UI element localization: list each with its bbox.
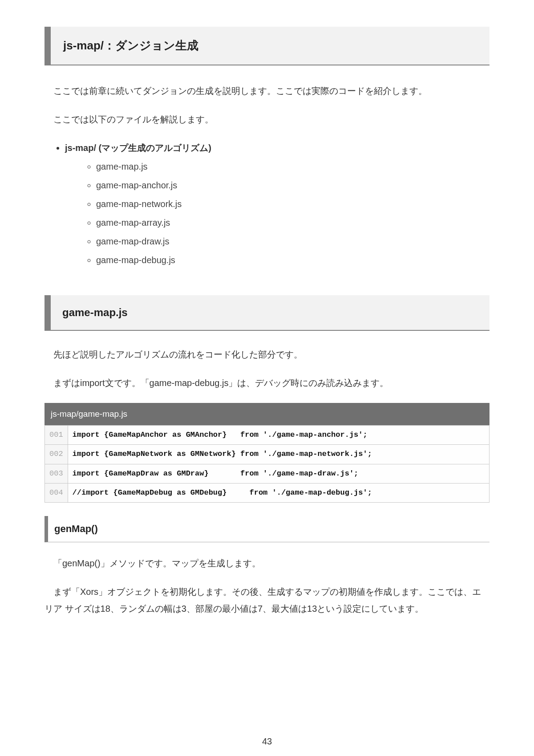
section3-paragraph-1: 「genMap()」メソッドです。マップを生成します。 — [44, 555, 490, 572]
subsection-gamemap: game-map.js — [44, 295, 490, 331]
code-filename-bar: js-map/game-map.js — [44, 403, 490, 425]
files-header-text: js-map/ (マップ生成のアルゴリズム) — [65, 143, 211, 153]
h3-title-text: genMap() — [54, 520, 483, 538]
code-line: 003 import {GameMapDraw as GMDraw} from … — [45, 464, 490, 483]
file-item: game-map-anchor.js — [96, 177, 490, 194]
subsection-title-text: game-map.js — [62, 302, 478, 323]
code-content: import {GameMapAnchor as GMAnchor} from … — [68, 426, 489, 445]
code-line: 004 //import {GameMapDebug as GMDebug} f… — [45, 483, 490, 502]
code-content: //import {GameMapDebug as GMDebug} from … — [68, 483, 489, 502]
section2-paragraph-1: 先ほど説明したアルゴリズムの流れをコード化した部分です。 — [44, 346, 490, 363]
section-title-jsmap: js-map/：ダンジョン生成 — [44, 27, 490, 65]
page-number: 43 — [44, 733, 490, 750]
code-line: 001 import {GameMapAnchor as GMAnchor} f… — [45, 426, 490, 445]
intro-paragraph-1: ここでは前章に続いてダンジョンの生成を説明します。ここでは実際のコードを紹介しま… — [44, 82, 490, 99]
code-content: import {GameMapDraw as GMDraw} from './g… — [68, 464, 489, 483]
files-inner-list: game-map.js game-map-anchor.js game-map-… — [96, 158, 490, 268]
files-list: js-map/ (マップ生成のアルゴリズム) game-map.js game-… — [65, 139, 490, 268]
file-item: game-map.js — [96, 158, 490, 175]
code-content: import {GameMapNetwork as GMNetwork} fro… — [68, 445, 489, 464]
files-header-item: js-map/ (マップ生成のアルゴリズム) game-map.js game-… — [65, 139, 490, 268]
code-line: 002 import {GameMapNetwork as GMNetwork}… — [45, 445, 490, 464]
code-block: 001 import {GameMapAnchor as GMAnchor} f… — [44, 425, 490, 503]
file-item: game-map-draw.js — [96, 233, 490, 250]
intro-paragraph-2: ここでは以下のファイルを解説します。 — [44, 111, 490, 128]
line-number: 001 — [45, 426, 68, 445]
section-title-text: js-map/：ダンジョン生成 — [63, 35, 477, 57]
section2-paragraph-2: まずはimport文です。「game-map-debug.js」は、デバッグ時に… — [44, 374, 490, 391]
file-item: game-map-array.js — [96, 214, 490, 231]
line-number: 003 — [45, 464, 68, 483]
file-item: game-map-network.js — [96, 195, 490, 212]
line-number: 002 — [45, 445, 68, 464]
section3-paragraph-2: まず「Xors」オブジェクトを初期化します。その後、生成するマップの初期値を作成… — [44, 583, 490, 617]
file-item: game-map-debug.js — [96, 252, 490, 268]
line-number: 004 — [45, 483, 68, 502]
h3-genmap: genMap() — [44, 516, 490, 542]
